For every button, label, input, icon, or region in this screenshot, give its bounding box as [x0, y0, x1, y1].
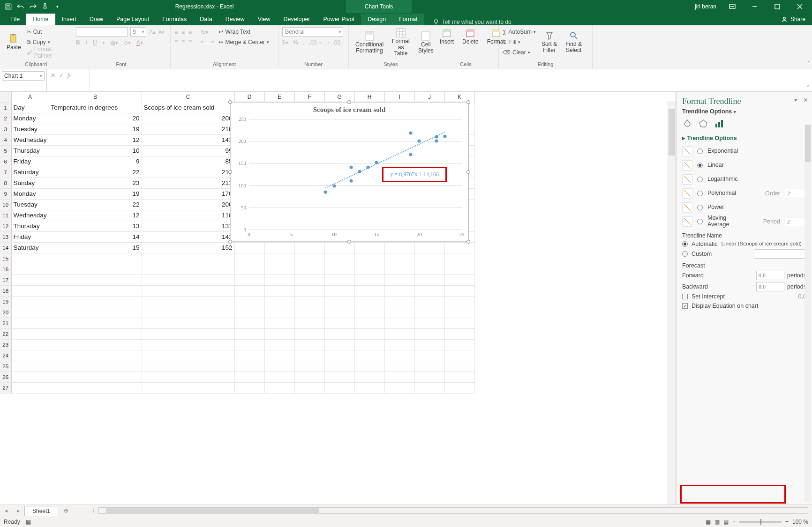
paste-button[interactable]: Paste: [4, 33, 24, 52]
resize-handle-icon[interactable]: [466, 170, 470, 174]
tab-page-layout[interactable]: Page Layout: [110, 14, 156, 25]
trendline-type-exponential[interactable]: Exponential: [682, 144, 806, 158]
increase-font-icon[interactable]: A▴: [149, 29, 156, 35]
trendline-type-radio[interactable]: [697, 219, 703, 224]
cell-D20[interactable]: [234, 307, 264, 318]
orientation-icon[interactable]: ↻▾: [201, 29, 208, 36]
cell-E16[interactable]: [264, 264, 294, 275]
cell-G24[interactable]: [324, 350, 354, 361]
chart-point[interactable]: [375, 161, 378, 164]
cell-H26[interactable]: [354, 371, 384, 382]
cell-K25[interactable]: [444, 361, 474, 371]
cell-C4[interactable]: 141: [142, 134, 234, 145]
cell-F23[interactable]: [294, 339, 324, 350]
cell-C26[interactable]: [142, 371, 234, 382]
cell-D17[interactable]: [234, 275, 264, 285]
clear-button[interactable]: ⌫Clear ▾: [503, 48, 536, 57]
tab-developer[interactable]: Developer: [277, 14, 317, 25]
cell-C18[interactable]: [142, 285, 234, 296]
cell-C25[interactable]: [142, 361, 234, 371]
cell-I26[interactable]: [384, 371, 414, 382]
cell-B6[interactable]: 9: [49, 156, 142, 167]
cell-H17[interactable]: [354, 275, 384, 285]
cell-D16[interactable]: [234, 264, 264, 275]
cell-C21[interactable]: [142, 318, 234, 328]
cell-H22[interactable]: [354, 328, 384, 339]
cell-C11[interactable]: 110: [142, 210, 234, 221]
cell-A17[interactable]: [11, 275, 49, 285]
tab-review[interactable]: Review: [219, 14, 251, 25]
align-center-icon[interactable]: ≡: [181, 38, 185, 45]
row-header-12[interactable]: 12: [0, 221, 11, 231]
vertical-scrollbar[interactable]: [668, 101, 676, 505]
cell-G21[interactable]: [324, 318, 354, 328]
zoom-level[interactable]: 100 %: [792, 519, 808, 525]
row-header-8[interactable]: 8: [0, 178, 11, 188]
cell-E17[interactable]: [264, 275, 294, 285]
col-header-H[interactable]: H: [354, 92, 384, 102]
cell-B18[interactable]: [49, 285, 142, 296]
cell-B19[interactable]: [49, 296, 142, 307]
cell-E15[interactable]: [264, 253, 294, 264]
tab-insert[interactable]: Insert: [55, 14, 83, 25]
cell-A24[interactable]: [11, 350, 49, 361]
col-header-K[interactable]: K: [444, 92, 474, 102]
cell-C2[interactable]: 200: [142, 113, 234, 124]
cell-B10[interactable]: 22: [49, 199, 142, 210]
cell-H19[interactable]: [354, 296, 384, 307]
cell-H18[interactable]: [354, 285, 384, 296]
conditional-formatting-button[interactable]: Conditional Formatting: [353, 30, 386, 55]
align-left-icon[interactable]: ≡: [174, 38, 178, 45]
trendline-type-radio[interactable]: [697, 163, 703, 168]
align-bottom-icon[interactable]: ≡: [188, 29, 192, 36]
merge-center-button[interactable]: ⇔Merge & Center ▾: [218, 37, 269, 47]
font-name-select[interactable]: [76, 27, 128, 37]
bold-button[interactable]: B: [76, 39, 80, 46]
row-header-27[interactable]: 27: [0, 382, 11, 393]
autosum-button[interactable]: ∑AutoSum ▾: [503, 27, 536, 37]
row-header-4[interactable]: 4: [0, 134, 11, 145]
cell-E23[interactable]: [264, 339, 294, 350]
cell-E19[interactable]: [264, 296, 294, 307]
custom-name-input[interactable]: [755, 249, 806, 259]
cell-A14[interactable]: Saturday: [11, 242, 49, 253]
chart-point[interactable]: [418, 140, 421, 143]
macro-record-icon[interactable]: ▦: [26, 519, 31, 525]
cell-E24[interactable]: [264, 350, 294, 361]
comma-format-icon[interactable]: ,: [302, 39, 304, 46]
cell-J24[interactable]: [414, 350, 444, 361]
cell-B8[interactable]: 23: [49, 178, 142, 188]
sheet-nav-prev-icon[interactable]: ◂: [0, 507, 12, 514]
cell-A9[interactable]: Monday: [11, 188, 49, 199]
trendline-type-power[interactable]: Power: [682, 200, 806, 215]
tab-data[interactable]: Data: [193, 14, 218, 25]
sort-filter-button[interactable]: Sort & Filter: [539, 30, 560, 54]
cell-I24[interactable]: [384, 350, 414, 361]
cell-C27[interactable]: [142, 382, 234, 393]
row-header-24[interactable]: 24: [0, 350, 11, 361]
zoom-slider[interactable]: [739, 521, 782, 523]
row-header-20[interactable]: 20: [0, 307, 11, 318]
cell-B15[interactable]: [49, 253, 142, 264]
resize-handle-icon[interactable]: [347, 240, 351, 244]
cell-C5[interactable]: 99: [142, 145, 234, 156]
cell-E20[interactable]: [264, 307, 294, 318]
cell-D22[interactable]: [234, 328, 264, 339]
col-header-D[interactable]: D: [234, 92, 264, 102]
cell-C14[interactable]: 152: [142, 242, 234, 253]
increase-decimal-icon[interactable]: .00→: [309, 39, 323, 46]
cell-H21[interactable]: [354, 318, 384, 328]
row-header-7[interactable]: 7: [0, 167, 11, 178]
qat-dropdown-icon[interactable]: ▾: [52, 1, 63, 12]
cell-A8[interactable]: Sunday: [11, 178, 49, 188]
fill-line-tab-icon[interactable]: [682, 119, 692, 129]
trendline-equation[interactable]: y = 8,9707x + 14,166: [382, 167, 447, 182]
cell-B11[interactable]: 12: [49, 210, 142, 221]
italic-button[interactable]: I: [86, 39, 87, 46]
cell-B5[interactable]: 10: [49, 145, 142, 156]
row-header-25[interactable]: 25: [0, 361, 11, 371]
row-header-10[interactable]: 10: [0, 199, 11, 210]
align-top-icon[interactable]: ≡: [174, 29, 178, 36]
cancel-formula-icon[interactable]: ✕: [51, 72, 55, 79]
cell-A2[interactable]: Monday: [11, 113, 49, 124]
